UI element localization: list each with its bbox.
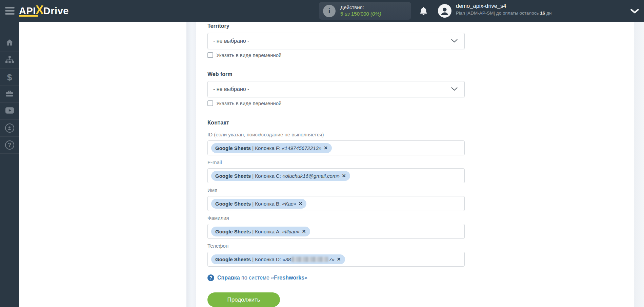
remove-tag-icon[interactable]: ✕ [342, 173, 346, 178]
actions-counter-value: 5 из 150'000 (0%) [340, 11, 381, 17]
page-scrollbar[interactable] [634, 22, 644, 307]
mapping-tag: Google Sheets | Колонка D: «387»✕ [211, 254, 345, 264]
home-icon [5, 38, 14, 48]
checkbox-label: Указать в виде переменной [216, 52, 282, 58]
mapping-tag: Google Sheets | Колонка F: «149745672213… [211, 143, 332, 153]
sidebar-item-billing[interactable]: $ [0, 69, 19, 86]
remove-tag-icon[interactable]: ✕ [324, 145, 328, 151]
dropdown-value: - не выбрано - [213, 38, 249, 44]
sidebar-item-video[interactable] [0, 103, 19, 120]
help-link-text: Справка по системе «Freshworks» [217, 275, 307, 281]
mapping-form: Territory - не выбрано - Указать в виде … [207, 23, 465, 307]
logo-underline [19, 15, 38, 17]
notifications-bell-icon[interactable] [419, 6, 428, 17]
lastname-field-input[interactable]: Google Sheets | Колонка A: «Иван»✕ [207, 224, 465, 239]
sidebar-item-home[interactable] [0, 35, 19, 52]
destination-settings-panel: Territory - не выбрано - Указать в виде … [196, 22, 634, 307]
field-label-phone: Телефон [207, 243, 465, 249]
sidebar-item-connections[interactable] [0, 52, 19, 69]
user-avatar[interactable] [438, 4, 451, 18]
actions-counter-label: Действия: [340, 4, 381, 11]
sidebar-item-account[interactable] [0, 120, 19, 137]
user-plan-info: Plan |ADM-AP-SM| до оплаты осталось 16 д… [456, 11, 551, 16]
help-question-icon: ? [207, 274, 214, 281]
field-label-id: ID (если указан, поиск/создание не выпол… [207, 132, 465, 137]
top-bar: API X Drive i Действия: 5 из 150'000 (0%… [0, 0, 644, 22]
field-label-lastname: Фамилия [207, 215, 465, 221]
continue-button[interactable]: Продолжить [207, 292, 280, 307]
logo-text-drive: Drive [43, 5, 69, 17]
checkbox-label: Указать в виде переменной [216, 100, 282, 106]
phone-field-input[interactable]: Google Sheets | Колонка D: «387»✕ [207, 252, 465, 267]
id-field-input[interactable]: Google Sheets | Колонка F: «149745672213… [207, 140, 465, 155]
blurred-phone-number [291, 257, 328, 262]
firstname-field-input[interactable]: Google Sheets | Колонка B: «Кас»✕ [207, 196, 465, 211]
chevron-down-icon [451, 86, 458, 92]
territory-dropdown[interactable]: - не выбрано - [207, 33, 465, 49]
select-group-webform: Web form - не выбрано - Указать в виде п… [207, 71, 465, 106]
dropdown-value: - не выбрано - [213, 86, 249, 92]
apixdrive-logo[interactable]: API X Drive [19, 4, 69, 17]
help-link[interactable]: ? Справка по системе «Freshworks» [207, 274, 307, 281]
sidebar-nav: $ ? [0, 22, 19, 307]
remove-tag-icon[interactable]: ✕ [299, 201, 303, 206]
youtube-icon [5, 107, 14, 115]
mapping-tag: Google Sheets | Колонка B: «Кас»✕ [211, 199, 306, 209]
user-name[interactable]: demo_apix-drive_s4 [456, 3, 506, 9]
logo-text-api: API [19, 5, 36, 17]
variable-checkbox-row[interactable]: Указать в виде переменной [207, 52, 465, 58]
actions-counter[interactable]: i Действия: 5 из 150'000 (0%) [319, 2, 411, 20]
info-icon: i [323, 5, 336, 17]
dollar-icon: $ [7, 73, 12, 82]
hamburger-menu-icon[interactable] [5, 7, 15, 15]
field-label-firstname: Имя [207, 187, 465, 193]
sidebar-item-help[interactable]: ? [0, 137, 19, 154]
field-label: Territory [207, 23, 465, 29]
logo-text-x: X [36, 4, 44, 16]
mapping-tag: Google Sheets | Колонка A: «Иван»✕ [211, 227, 310, 236]
user-icon [5, 123, 14, 133]
webform-dropdown[interactable]: - не выбрано - [207, 81, 465, 97]
field-label-email: E-mail [207, 159, 465, 165]
question-icon: ? [5, 140, 14, 150]
remove-tag-icon[interactable]: ✕ [302, 229, 306, 234]
email-field-input[interactable]: Google Sheets | Колонка C: «oluchuk16@gm… [207, 168, 465, 183]
variable-checkbox-row[interactable]: Указать в виде переменной [207, 100, 465, 106]
section-title-contact: Контакт [207, 119, 465, 126]
source-settings-panel [19, 22, 186, 307]
select-group-territory: Territory - не выбрано - Указать в виде … [207, 23, 465, 58]
briefcase-icon [5, 90, 14, 99]
mapping-tag: Google Sheets | Колонка C: «oluchuk16@gm… [211, 171, 350, 181]
field-label: Web form [207, 71, 465, 77]
panel-scrollbar[interactable] [186, 22, 196, 307]
user-menu-chevron-down-icon[interactable] [630, 8, 639, 15]
chevron-down-icon [451, 38, 458, 44]
sitemap-icon [5, 55, 14, 65]
checkbox-unchecked[interactable] [207, 100, 213, 106]
checkbox-unchecked[interactable] [207, 52, 213, 58]
remove-tag-icon[interactable]: ✕ [337, 256, 341, 262]
sidebar-item-services[interactable] [0, 86, 19, 103]
